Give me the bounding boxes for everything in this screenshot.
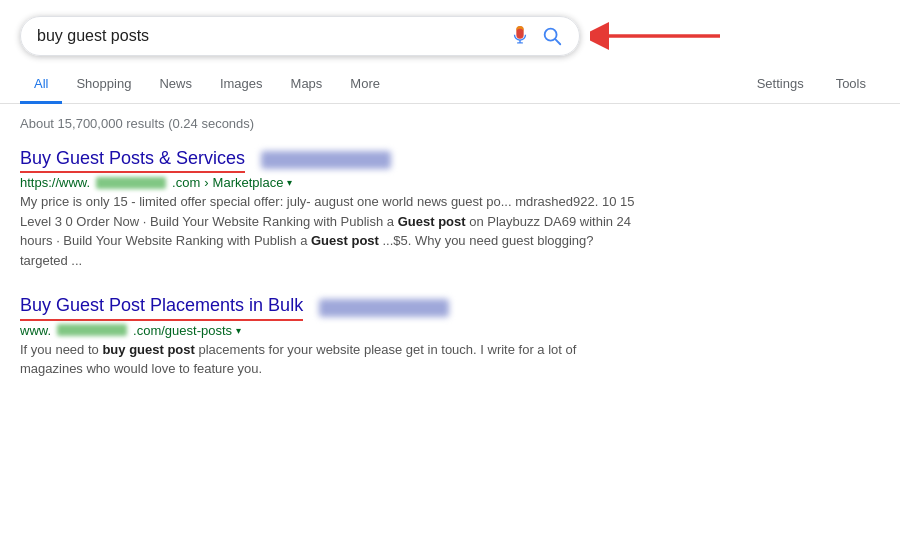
svg-line-1 bbox=[555, 39, 560, 44]
result-title-text-1: Buy Guest Posts & Services bbox=[20, 148, 245, 168]
search-result-1: Buy Guest Posts & Services https://www. … bbox=[20, 147, 640, 270]
page-wrapper: buy guest posts bbox=[0, 0, 900, 559]
result-url-prefix-1: https://www. bbox=[20, 175, 90, 190]
result-url-blur-2 bbox=[57, 324, 127, 336]
result-title-link-2[interactable]: Buy Guest Post Placements in Bulk bbox=[20, 294, 303, 320]
search-result-2: Buy Guest Post Placements in Bulk www. .… bbox=[20, 294, 640, 378]
result-url-arrow-1[interactable]: ▾ bbox=[287, 177, 292, 188]
search-box-container: buy guest posts bbox=[20, 16, 580, 56]
result-url-sep-1: › bbox=[204, 175, 208, 190]
result-url-row-1: https://www. .com › Marketplace ▾ bbox=[20, 175, 640, 190]
tab-shopping[interactable]: Shopping bbox=[62, 66, 145, 104]
tab-maps[interactable]: Maps bbox=[277, 66, 337, 104]
results-area: About 15,700,000 results (0.24 seconds) … bbox=[0, 104, 660, 423]
result-url-row-2: www. .com/guest-posts ▾ bbox=[20, 323, 640, 338]
nav-tabs: All Shopping News Images Maps More Setti… bbox=[0, 66, 900, 104]
result-url-path-1: Marketplace bbox=[213, 175, 284, 190]
arrow-svg bbox=[590, 18, 730, 54]
result-description-2: If you need to buy guest post placements… bbox=[20, 340, 640, 379]
nav-left: All Shopping News Images Maps More bbox=[20, 66, 743, 103]
result-title-link-1[interactable]: Buy Guest Posts & Services bbox=[20, 147, 245, 173]
search-bar-area: buy guest posts bbox=[0, 0, 900, 56]
result-title-row-1: Buy Guest Posts & Services bbox=[20, 147, 640, 173]
nav-right: Settings Tools bbox=[743, 66, 880, 103]
tab-tools[interactable]: Tools bbox=[822, 66, 880, 104]
result-url-blur-1 bbox=[96, 177, 166, 189]
result-url-prefix-2: www. bbox=[20, 323, 51, 338]
search-input[interactable]: buy guest posts bbox=[37, 27, 499, 45]
tab-all[interactable]: All bbox=[20, 66, 62, 104]
result-url-com-1: .com bbox=[172, 175, 200, 190]
tab-images[interactable]: Images bbox=[206, 66, 277, 104]
microphone-icon[interactable] bbox=[509, 25, 531, 47]
result-description-1: My price is only 15 - limited offer spec… bbox=[20, 192, 640, 270]
tab-news[interactable]: News bbox=[145, 66, 206, 104]
results-stats: About 15,700,000 results (0.24 seconds) bbox=[20, 116, 640, 131]
result-url-path-2: .com/guest-posts bbox=[133, 323, 232, 338]
search-icon[interactable] bbox=[541, 25, 563, 47]
search-icons bbox=[509, 25, 563, 47]
tab-more[interactable]: More bbox=[336, 66, 394, 104]
result-title-blur-2 bbox=[319, 299, 449, 317]
result-title-text-2: Buy Guest Post Placements in Bulk bbox=[20, 295, 303, 315]
result-url-arrow-2[interactable]: ▾ bbox=[236, 325, 241, 336]
result-title-blur-1 bbox=[261, 151, 391, 169]
result-title-row-2: Buy Guest Post Placements in Bulk bbox=[20, 294, 640, 320]
tab-settings[interactable]: Settings bbox=[743, 66, 818, 104]
arrow-annotation bbox=[590, 18, 730, 54]
